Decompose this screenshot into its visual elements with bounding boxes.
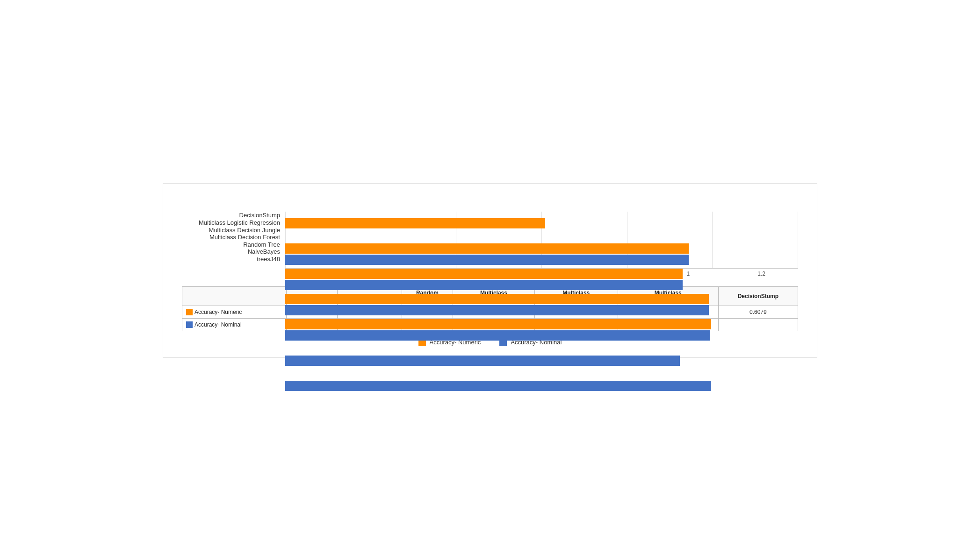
bar-group [285, 267, 798, 292]
bar-row-nominal [285, 305, 798, 315]
bar-group [285, 342, 798, 368]
bar-row-numeric-empty [285, 344, 798, 355]
bar-blue [285, 280, 683, 290]
bar-row-nominal-empty [285, 229, 798, 240]
y-axis-label: DecisionStump [182, 212, 280, 219]
bar-row-numeric [285, 218, 798, 228]
bar-row-nominal [285, 381, 798, 391]
bar-row-numeric [285, 319, 798, 329]
table-row-label: Accuracy- Nominal [182, 318, 287, 331]
y-axis-label: Multiclass Decision Jungle [182, 227, 280, 234]
bar-blue [285, 305, 709, 315]
bar-blue [285, 330, 710, 341]
bar-row-nominal [285, 255, 798, 265]
table-label-text: Accuracy- Numeric [195, 309, 242, 315]
bar-orange [285, 319, 711, 329]
bar-row-numeric [285, 243, 798, 254]
table-header [182, 286, 287, 306]
table-label-text: Accuracy- Nominal [195, 321, 242, 328]
bar-group [285, 216, 798, 242]
bars-section [285, 212, 798, 268]
bar-orange [285, 269, 683, 279]
y-axis-label: Random Tree [182, 241, 280, 249]
bar-rows [285, 212, 798, 268]
y-axis-label: Multiclass Decision Forest [182, 234, 280, 241]
bar-group [285, 317, 798, 342]
bar-row-nominal [285, 330, 798, 341]
bar-group [285, 242, 798, 267]
table-row-label: Accuracy- Numeric [182, 306, 287, 318]
y-axis-label: Multiclass Logistic Regression [182, 219, 280, 227]
bar-orange [285, 294, 709, 304]
bars-and-axes: 00.20.40.60.811.2 [285, 212, 798, 277]
bar-row-numeric [285, 269, 798, 279]
y-axis-labels: DecisionStumpMulticlass Logistic Regress… [182, 212, 285, 277]
chart-container: DecisionStumpMulticlass Logistic Regress… [163, 183, 817, 357]
bar-row-numeric-empty [285, 370, 798, 380]
bar-group [285, 368, 798, 393]
legend-color-box [186, 309, 193, 315]
bar-row-nominal [285, 356, 798, 366]
chart-area: DecisionStumpMulticlass Logistic Regress… [182, 212, 798, 277]
bar-orange [285, 243, 689, 254]
bar-group [285, 292, 798, 317]
bar-row-numeric [285, 294, 798, 304]
y-axis-label: NaiveBayes [182, 248, 280, 256]
bar-blue [285, 381, 711, 391]
bar-orange [285, 218, 545, 228]
bar-row-nominal [285, 280, 798, 290]
bar-blue [285, 356, 680, 366]
legend-color-box [186, 321, 193, 328]
bar-blue [285, 255, 689, 265]
y-axis-label: treesJ48 [182, 256, 280, 263]
